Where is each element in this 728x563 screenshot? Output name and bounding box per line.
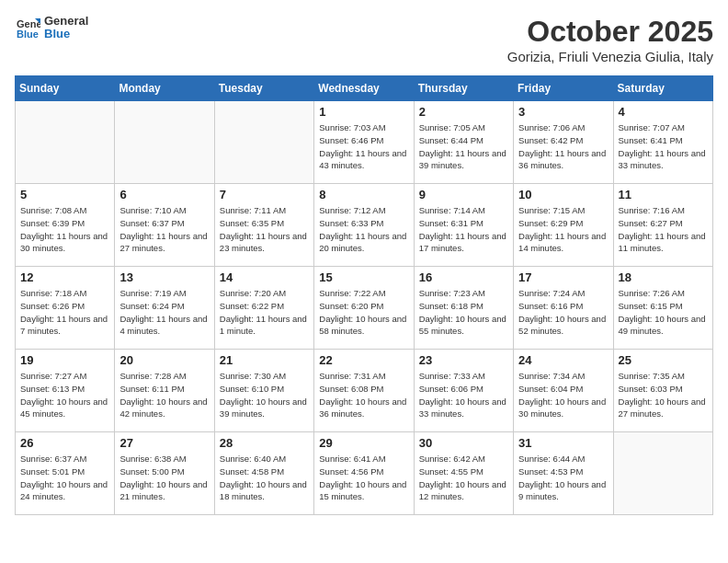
day-number: 22 — [319, 353, 408, 367]
calendar-cell: 27Sunrise: 6:38 AMSunset: 5:00 PMDayligh… — [115, 432, 214, 515]
calendar-cell: 22Sunrise: 7:31 AMSunset: 6:08 PMDayligh… — [314, 350, 414, 432]
day-info: Sunrise: 7:33 AMSunset: 6:06 PMDaylight:… — [419, 370, 508, 420]
calendar-cell: 23Sunrise: 7:33 AMSunset: 6:06 PMDayligh… — [414, 350, 513, 432]
day-info: Sunrise: 6:38 AMSunset: 5:00 PMDaylight:… — [119, 453, 209, 503]
calendar-cell: 16Sunrise: 7:23 AMSunset: 6:18 PMDayligh… — [414, 267, 513, 350]
day-number: 12 — [20, 270, 109, 284]
calendar-cell: 29Sunrise: 6:41 AMSunset: 4:56 PMDayligh… — [314, 432, 414, 515]
day-info: Sunrise: 7:16 AMSunset: 6:27 PMDaylight:… — [619, 204, 708, 255]
logo-icon: General Blue — [15, 15, 40, 40]
day-number: 30 — [419, 436, 508, 450]
calendar-cell: 19Sunrise: 7:27 AMSunset: 6:13 PMDayligh… — [16, 350, 115, 432]
svg-text:Blue: Blue — [17, 29, 39, 40]
col-header-friday: Friday — [514, 76, 613, 101]
calendar-week-5: 26Sunrise: 6:37 AMSunset: 5:01 PMDayligh… — [16, 432, 713, 515]
calendar-cell: 7Sunrise: 7:11 AMSunset: 6:35 PMDaylight… — [214, 184, 313, 267]
calendar-cell — [613, 432, 712, 515]
col-header-monday: Monday — [115, 76, 214, 101]
day-number: 14 — [220, 270, 309, 284]
calendar-cell: 14Sunrise: 7:20 AMSunset: 6:22 PMDayligh… — [214, 267, 313, 350]
day-number: 5 — [20, 188, 109, 201]
day-info: Sunrise: 7:07 AMSunset: 6:41 PMDaylight:… — [619, 121, 708, 172]
day-number: 29 — [319, 436, 408, 450]
calendar-cell: 4Sunrise: 7:07 AMSunset: 6:41 PMDaylight… — [613, 101, 712, 184]
col-header-wednesday: Wednesday — [314, 76, 414, 101]
calendar-cell: 9Sunrise: 7:14 AMSunset: 6:31 PMDaylight… — [414, 184, 513, 267]
day-info: Sunrise: 7:18 AMSunset: 6:26 PMDaylight:… — [20, 287, 109, 338]
day-info: Sunrise: 7:31 AMSunset: 6:08 PMDaylight:… — [319, 370, 408, 420]
day-info: Sunrise: 7:24 AMSunset: 6:16 PMDaylight:… — [518, 287, 608, 338]
col-header-saturday: Saturday — [613, 76, 712, 101]
calendar-cell: 11Sunrise: 7:16 AMSunset: 6:27 PMDayligh… — [613, 184, 712, 267]
day-info: Sunrise: 7:34 AMSunset: 6:04 PMDaylight:… — [518, 370, 608, 420]
calendar-cell: 21Sunrise: 7:30 AMSunset: 6:10 PMDayligh… — [214, 350, 313, 432]
day-info: Sunrise: 7:05 AMSunset: 6:44 PMDaylight:… — [419, 121, 508, 172]
day-info: Sunrise: 7:10 AMSunset: 6:37 PMDaylight:… — [119, 204, 209, 255]
day-info: Sunrise: 7:03 AMSunset: 6:46 PMDaylight:… — [319, 121, 408, 172]
calendar-cell — [115, 101, 214, 184]
day-number: 26 — [20, 436, 109, 450]
logo-blue: Blue — [44, 28, 88, 40]
day-number: 19 — [20, 353, 109, 367]
calendar-cell: 5Sunrise: 7:08 AMSunset: 6:39 PMDaylight… — [16, 184, 115, 267]
calendar-cell: 6Sunrise: 7:10 AMSunset: 6:37 PMDaylight… — [115, 184, 214, 267]
calendar-cell: 25Sunrise: 7:35 AMSunset: 6:03 PMDayligh… — [613, 350, 712, 432]
calendar-cell: 26Sunrise: 6:37 AMSunset: 5:01 PMDayligh… — [16, 432, 115, 515]
day-number: 3 — [518, 105, 608, 119]
day-info: Sunrise: 7:22 AMSunset: 6:20 PMDaylight:… — [319, 287, 408, 338]
day-number: 10 — [518, 188, 608, 201]
day-number: 6 — [119, 188, 209, 201]
day-info: Sunrise: 7:08 AMSunset: 6:39 PMDaylight:… — [20, 204, 109, 255]
day-number: 4 — [619, 105, 708, 119]
logo-general: General — [44, 15, 88, 28]
calendar-cell — [16, 101, 115, 184]
day-number: 9 — [419, 188, 508, 201]
day-number: 21 — [220, 353, 309, 367]
day-info: Sunrise: 6:40 AMSunset: 4:58 PMDaylight:… — [220, 453, 309, 503]
day-info: Sunrise: 7:35 AMSunset: 6:03 PMDaylight:… — [619, 370, 708, 420]
day-info: Sunrise: 7:26 AMSunset: 6:15 PMDaylight:… — [619, 287, 708, 338]
calendar-cell: 18Sunrise: 7:26 AMSunset: 6:15 PMDayligh… — [613, 267, 712, 350]
calendar-table: SundayMondayTuesdayWednesdayThursdayFrid… — [15, 75, 713, 515]
calendar-cell: 20Sunrise: 7:28 AMSunset: 6:11 PMDayligh… — [115, 350, 214, 432]
calendar-cell: 31Sunrise: 6:44 AMSunset: 4:53 PMDayligh… — [514, 432, 613, 515]
day-number: 11 — [619, 188, 708, 201]
day-number: 24 — [518, 353, 608, 367]
day-info: Sunrise: 7:27 AMSunset: 6:13 PMDaylight:… — [20, 370, 109, 420]
calendar-week-3: 12Sunrise: 7:18 AMSunset: 6:26 PMDayligh… — [16, 267, 713, 350]
day-info: Sunrise: 7:19 AMSunset: 6:24 PMDaylight:… — [119, 287, 209, 338]
day-info: Sunrise: 6:42 AMSunset: 4:55 PMDaylight:… — [419, 453, 508, 503]
day-number: 18 — [619, 270, 708, 284]
logo: General Blue General Blue — [15, 15, 88, 41]
calendar-cell: 17Sunrise: 7:24 AMSunset: 6:16 PMDayligh… — [514, 267, 613, 350]
calendar-week-2: 5Sunrise: 7:08 AMSunset: 6:39 PMDaylight… — [16, 184, 713, 267]
calendar-cell: 8Sunrise: 7:12 AMSunset: 6:33 PMDaylight… — [314, 184, 414, 267]
day-info: Sunrise: 6:37 AMSunset: 5:01 PMDaylight:… — [20, 453, 109, 503]
calendar-cell: 1Sunrise: 7:03 AMSunset: 6:46 PMDaylight… — [314, 101, 414, 184]
day-info: Sunrise: 7:14 AMSunset: 6:31 PMDaylight:… — [419, 204, 508, 255]
day-info: Sunrise: 7:06 AMSunset: 6:42 PMDaylight:… — [518, 121, 608, 172]
day-info: Sunrise: 6:44 AMSunset: 4:53 PMDaylight:… — [518, 453, 608, 503]
day-number: 2 — [419, 105, 508, 119]
page-header: General Blue General Blue October 2025 G… — [15, 15, 713, 64]
day-info: Sunrise: 7:15 AMSunset: 6:29 PMDaylight:… — [518, 204, 608, 255]
calendar-cell: 12Sunrise: 7:18 AMSunset: 6:26 PMDayligh… — [16, 267, 115, 350]
calendar-cell: 28Sunrise: 6:40 AMSunset: 4:58 PMDayligh… — [214, 432, 313, 515]
col-header-thursday: Thursday — [414, 76, 513, 101]
day-number: 17 — [518, 270, 608, 284]
day-number: 8 — [319, 188, 408, 201]
title-block: October 2025 Gorizia, Friuli Venezia Giu… — [507, 15, 713, 64]
day-info: Sunrise: 6:41 AMSunset: 4:56 PMDaylight:… — [319, 453, 408, 503]
day-number: 25 — [619, 353, 708, 367]
day-number: 16 — [419, 270, 508, 284]
day-number: 23 — [419, 353, 508, 367]
day-number: 20 — [119, 353, 209, 367]
day-number: 28 — [220, 436, 309, 450]
day-number: 7 — [220, 188, 309, 201]
calendar-header-row: SundayMondayTuesdayWednesdayThursdayFrid… — [16, 76, 713, 101]
calendar-cell: 15Sunrise: 7:22 AMSunset: 6:20 PMDayligh… — [314, 267, 414, 350]
day-info: Sunrise: 7:28 AMSunset: 6:11 PMDaylight:… — [119, 370, 209, 420]
calendar-week-1: 1Sunrise: 7:03 AMSunset: 6:46 PMDaylight… — [16, 101, 713, 184]
day-number: 1 — [319, 105, 408, 119]
day-number: 15 — [319, 270, 408, 284]
